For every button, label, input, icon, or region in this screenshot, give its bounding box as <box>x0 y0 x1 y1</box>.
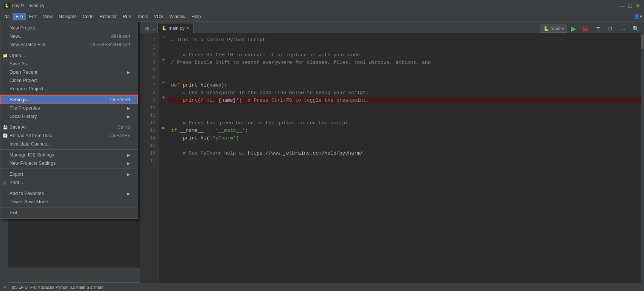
separator-5 <box>0 169 138 169</box>
separator-7 <box>0 207 138 207</box>
code-line-7: def print_hi(name): <box>168 82 641 89</box>
favorites-arrow: ▶ <box>127 192 130 196</box>
python-file-icon: 🐍 <box>162 26 167 31</box>
menu-export[interactable]: Export ▶ <box>0 170 138 178</box>
file-menu-dropdown: New Project... New... Alt+Insert New Scr… <box>0 22 138 219</box>
line-num-3: 3 <box>143 51 156 59</box>
separator-6 <box>0 188 138 188</box>
line-num-2: 2 <box>143 44 156 51</box>
local-history-arrow: ▶ <box>127 115 130 119</box>
export-arrow: ▶ <box>127 172 130 176</box>
menu-item-refactor[interactable]: Refactor <box>96 13 120 20</box>
code-line-4: # Press Double Shift to search everywher… <box>168 59 641 67</box>
menu-item-run[interactable]: Run <box>120 13 134 20</box>
code-line-6 <box>168 74 641 82</box>
menu-open[interactable]: 📁 Open... <box>0 51 138 60</box>
run-config-icon: 🐍 <box>543 26 549 31</box>
menu-close-project[interactable]: Close Project <box>0 76 138 85</box>
run-config-chevron: ▾ <box>562 27 564 31</box>
profile-button[interactable]: ⏱ <box>606 25 614 33</box>
code-line-14: print_hi('PyCharm') <box>168 135 641 142</box>
tab-bar: ⚙ − 🐍 main.py ✕ 🐍 main ▾ ▶ 🐞 ☂ ⏱ ⋯ 🔍 <box>140 22 644 33</box>
line-num-10: 10 <box>143 104 156 112</box>
menu-new-project[interactable]: New Project... <box>0 24 138 32</box>
code-line-15 <box>168 142 641 150</box>
menu-power-save-mode[interactable]: Power Save Mode <box>0 198 138 206</box>
user-icon[interactable]: 👤▾ <box>634 14 642 19</box>
code-line-8: # Use a breakpoint in the code line belo… <box>168 89 641 97</box>
line-num-5: 5 <box>143 67 156 74</box>
line-num-6: 6 <box>143 74 156 82</box>
vertical-scrollbar[interactable] <box>641 33 644 283</box>
minimize-button[interactable]: — <box>619 3 625 9</box>
menu-new[interactable]: New... Alt+Insert <box>0 32 138 40</box>
menu-item-tools[interactable]: Tools <box>134 13 151 20</box>
menu-item-da[interactable]: da <box>2 13 12 20</box>
titlebar-controls[interactable]: — ☐ ✕ <box>619 3 640 9</box>
menu-settings[interactable]: Settings... Ctrl+Alt+S <box>0 96 138 104</box>
menu-item-code[interactable]: Code <box>80 13 97 20</box>
gutter-11 <box>159 109 168 116</box>
code-line-1: # This is a sample Python script. <box>168 36 641 44</box>
menu-save-as[interactable]: Save As... <box>0 60 138 68</box>
tab-close-icon[interactable]: ✕ <box>187 26 190 30</box>
status-check-icon: ✔ <box>3 284 7 290</box>
status-info: 9:5 LF UTF-8 4 spaces Python 3.x main Gi… <box>12 285 103 289</box>
code-line-2 <box>168 44 641 51</box>
line-num-1: 1 <box>143 36 156 44</box>
menu-rename-project[interactable]: Rename Project... <box>0 85 138 93</box>
line-num-13: 13 <box>143 127 156 135</box>
gutter-9-breakpoint[interactable]: ● <box>159 94 168 101</box>
menu-exit[interactable]: Exit <box>0 209 138 217</box>
code-line-17 <box>168 157 641 165</box>
menu-new-projects-settings[interactable]: New Projects Settings ▶ <box>0 159 138 167</box>
menu-item-help[interactable]: Help <box>188 13 204 20</box>
menu-item-vcs[interactable]: VCS <box>151 13 166 20</box>
menu-item-file[interactable]: File <box>12 13 26 20</box>
header-right: 🐍 main ▾ ▶ 🐞 ☂ ⏱ ⋯ 🔍 <box>537 25 644 33</box>
line-num-14: 14 <box>143 135 156 142</box>
menu-item-view[interactable]: View <box>40 13 56 20</box>
new-projects-arrow: ▶ <box>127 161 130 166</box>
code-line-12: # Press the green button in the gutter t… <box>168 119 641 127</box>
maximize-button[interactable]: ☐ <box>628 3 633 9</box>
file-properties-arrow: ▶ <box>127 106 130 110</box>
gutter-10 <box>159 101 168 109</box>
main-py-tab[interactable]: 🐍 main.py ✕ <box>157 23 194 33</box>
titlebar-left: 🐍 day01 - main.py <box>4 3 44 9</box>
coverage-button[interactable]: ☂ <box>594 25 602 33</box>
run-button[interactable]: ▶ <box>571 25 576 33</box>
gutter-13-run[interactable]: ▶ <box>159 124 168 132</box>
menu-add-to-favorites[interactable]: Add to Favorites ▶ <box>0 189 138 198</box>
menu-item-edit[interactable]: Edit <box>26 13 40 20</box>
debug-button[interactable]: 🐞 <box>580 25 590 33</box>
menu-file-properties[interactable]: File Properties ▶ <box>0 104 138 112</box>
menubar: da File Edit View Navigate Code Refactor… <box>0 11 644 22</box>
titlebar-title: day01 - main.py <box>12 3 44 8</box>
manage-ide-arrow: ▶ <box>127 153 130 157</box>
menu-reload-disk[interactable]: 🔄 Reload All from Disk Ctrl+Alt+Y <box>0 132 138 140</box>
search-everywhere-button[interactable]: 🔍 <box>631 25 641 33</box>
menu-invalidate-caches[interactable]: Invalidate Caches... <box>0 140 138 148</box>
line-num-12: 12 <box>143 119 156 127</box>
separator-4 <box>0 149 138 150</box>
gutter-6 <box>159 71 168 79</box>
run-config[interactable]: 🐍 main ▾ <box>540 25 567 33</box>
settings-gear-icon[interactable]: ⚙ <box>143 25 151 33</box>
print-icon: 🖨 <box>3 180 7 185</box>
menu-manage-ide-settings[interactable]: Manage IDE Settings ▶ <box>0 151 138 159</box>
close-button[interactable]: ✕ <box>636 3 640 9</box>
scrollbar-thumb[interactable] <box>641 34 644 49</box>
tab-minus-icon[interactable]: − <box>151 25 157 33</box>
menu-save-all[interactable]: 💾 Save All Ctrl+S <box>0 123 138 132</box>
menu-open-recent[interactable]: Open Recent ▶ <box>0 68 138 76</box>
menu-new-scratch-file[interactable]: New Scratch File Ctrl+Alt+Shift+Insert <box>0 40 138 49</box>
menu-item-window[interactable]: Window <box>166 13 188 20</box>
more-run-button[interactable]: ⋯ <box>618 25 627 33</box>
menu-print[interactable]: 🖨 Print... <box>0 178 138 187</box>
line-num-9: 9 <box>143 97 156 104</box>
menu-item-navigate[interactable]: Navigate <box>56 13 79 20</box>
menu-local-history[interactable]: Local History ▶ <box>0 112 138 121</box>
code-line-13: if __name__ == '__main__': <box>168 127 641 135</box>
gutter-8 <box>159 86 168 94</box>
